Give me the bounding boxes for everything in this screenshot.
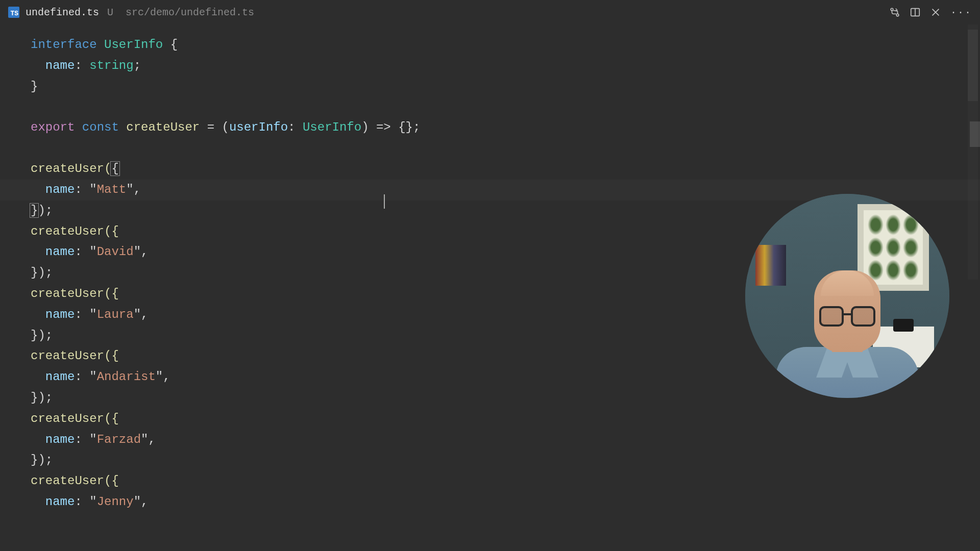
minimap-viewport[interactable] [968, 30, 978, 101]
webcam-presenter [776, 255, 919, 398]
code-line: name: "Farzad", [31, 430, 949, 450]
tab-left-group: TS undefined.ts U src/demo/undefined.ts [8, 7, 254, 18]
tab-modified-indicator: U [107, 7, 113, 18]
close-tab-icon[interactable] [930, 7, 941, 18]
scrollbar-thumb[interactable] [970, 121, 980, 147]
code-line: name: "Jenny", [31, 492, 949, 513]
minimap[interactable] [968, 24, 978, 280]
code-line: createUser({ [31, 409, 949, 430]
text-cursor [384, 194, 385, 209]
code-line: export const createUser = (userInfo: Use… [31, 117, 949, 138]
tab-actions: ··· [889, 7, 972, 18]
svg-point-0 [891, 8, 893, 11]
breadcrumb-path[interactable]: src/demo/undefined.ts [126, 7, 254, 18]
code-line: interface UserInfo { [31, 35, 949, 56]
webcam-overlay [745, 194, 949, 398]
code-line: }); [31, 450, 949, 471]
code-line [31, 138, 949, 159]
code-line [31, 97, 949, 117]
compare-changes-icon[interactable] [889, 7, 900, 18]
code-line: createUser({ [31, 471, 949, 492]
tab-filename[interactable]: undefined.ts [26, 7, 99, 18]
split-editor-icon[interactable] [910, 7, 921, 18]
tab-bar: TS undefined.ts U src/demo/undefined.ts … [0, 0, 980, 24]
code-line: createUser({ [31, 159, 949, 180]
more-actions-icon[interactable]: ··· [950, 7, 972, 18]
code-line: name: string; [31, 56, 949, 77]
typescript-file-icon: TS [8, 7, 19, 18]
code-line: } [31, 77, 949, 97]
svg-point-1 [896, 14, 899, 16]
